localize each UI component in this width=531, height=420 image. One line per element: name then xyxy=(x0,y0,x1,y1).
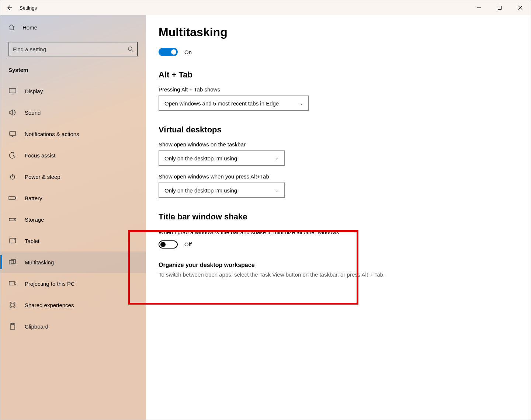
sidebar-item-tablet[interactable]: Tablet xyxy=(0,230,146,251)
svg-point-4 xyxy=(128,47,132,51)
alttab-windows-label: Show open windows when you press Alt+Tab xyxy=(159,173,516,180)
alttab-shows-dropdown[interactable]: Open windows and 5 most recent tabs in E… xyxy=(159,96,309,111)
shake-heading: Title bar window shake xyxy=(159,212,516,222)
sidebar-item-label: Multitasking xyxy=(25,259,54,265)
page-title: Multitasking xyxy=(159,25,516,39)
sidebar-item-label: Notifications & actions xyxy=(25,131,79,137)
search-input[interactable] xyxy=(13,46,128,52)
minimize-button[interactable] xyxy=(469,0,489,15)
display-icon xyxy=(8,88,17,94)
home-icon xyxy=(8,24,15,31)
toggle-label: Off xyxy=(184,241,192,247)
sidebar-item-label: Tablet xyxy=(25,238,39,244)
sidebar-item-battery[interactable]: Battery xyxy=(0,187,146,209)
svg-point-22 xyxy=(14,306,15,308)
main-content: Multitasking On Alt + Tab Pressing Alt +… xyxy=(146,15,531,420)
sidebar-item-notifications[interactable]: Notifications & actions xyxy=(0,123,146,145)
shake-description: When I grab a window?s title bar and sha… xyxy=(159,228,350,237)
svg-rect-1 xyxy=(498,6,502,10)
sidebar-item-projecting[interactable]: Projecting to this PC xyxy=(0,273,146,294)
svg-point-21 xyxy=(10,306,11,308)
sidebar-item-label: Clipboard xyxy=(25,323,48,330)
svg-rect-18 xyxy=(9,281,14,285)
sidebar-item-label: Display xyxy=(25,88,43,94)
sidebar-nav: Display Sound Notifications & actions Fo… xyxy=(0,80,146,337)
sidebar: Home System Display Sound xyxy=(0,15,146,420)
tablet-icon xyxy=(8,237,17,244)
sidebar-home[interactable]: Home xyxy=(0,18,146,37)
svg-point-14 xyxy=(14,219,15,220)
clipboard-icon xyxy=(8,323,17,330)
sidebar-item-multitasking[interactable]: Multitasking xyxy=(0,251,146,273)
sidebar-category: System xyxy=(0,63,146,80)
share-icon xyxy=(8,302,17,308)
svg-point-19 xyxy=(10,302,11,304)
sidebar-item-label: Battery xyxy=(25,195,42,201)
toggle-label: On xyxy=(184,49,192,55)
dropdown-value: Only on the desktop I'm using xyxy=(164,187,237,194)
sidebar-home-label: Home xyxy=(22,24,37,31)
organize-heading: Organize your desktop workspace xyxy=(159,262,516,268)
taskbar-windows-dropdown[interactable]: Only on the desktop I'm using ⌄ xyxy=(159,150,285,166)
alttab-shows-label: Pressing Alt + Tab shows xyxy=(159,86,516,93)
storage-icon xyxy=(8,217,17,222)
sidebar-item-label: Sound xyxy=(25,110,41,116)
taskbar-windows-label: Show open windows on the taskbar xyxy=(159,141,516,147)
sidebar-item-display[interactable]: Display xyxy=(0,80,146,102)
project-icon xyxy=(8,280,17,287)
dropdown-value: Only on the desktop I'm using xyxy=(164,155,237,162)
sidebar-item-storage[interactable]: Storage xyxy=(0,209,146,230)
multitasking-master-toggle[interactable] xyxy=(159,48,178,56)
sidebar-item-label: Storage xyxy=(25,216,44,223)
sidebar-item-label: Power & sleep xyxy=(25,174,60,180)
battery-icon xyxy=(8,195,17,201)
sound-icon xyxy=(8,109,17,116)
sidebar-item-focus-assist[interactable]: Focus assist xyxy=(0,145,146,166)
power-icon xyxy=(8,173,17,180)
alttab-windows-dropdown[interactable]: Only on the desktop I'm using ⌄ xyxy=(159,183,285,198)
svg-rect-6 xyxy=(9,88,16,93)
svg-rect-8 xyxy=(10,131,15,136)
sidebar-item-sound[interactable]: Sound xyxy=(0,102,146,123)
maximize-button[interactable] xyxy=(489,0,510,15)
chevron-down-icon: ⌄ xyxy=(275,188,279,193)
moon-icon xyxy=(8,152,17,159)
sidebar-item-shared[interactable]: Shared experiences xyxy=(0,294,146,316)
virtual-desktops-heading: Virtual desktops xyxy=(159,125,516,135)
svg-rect-11 xyxy=(9,197,15,199)
svg-rect-12 xyxy=(15,197,16,199)
alttab-heading: Alt + Tab xyxy=(159,70,516,80)
chevron-down-icon: ⌄ xyxy=(275,156,279,161)
sidebar-item-power[interactable]: Power & sleep xyxy=(0,166,146,187)
chevron-down-icon: ⌄ xyxy=(299,101,303,106)
window-title: Settings xyxy=(20,5,37,11)
sidebar-item-label: Projecting to this PC xyxy=(25,281,75,287)
notifications-icon xyxy=(8,131,17,137)
dropdown-value: Open windows and 5 most recent tabs in E… xyxy=(164,100,279,107)
shake-toggle[interactable] xyxy=(159,240,178,249)
sidebar-item-label: Focus assist xyxy=(25,152,55,159)
svg-point-20 xyxy=(14,302,15,304)
sidebar-item-clipboard[interactable]: Clipboard xyxy=(0,316,146,337)
multitasking-icon xyxy=(8,259,17,265)
back-button[interactable] xyxy=(0,0,18,15)
titlebar: Settings xyxy=(0,0,531,15)
search-input-container[interactable] xyxy=(8,42,138,56)
search-icon xyxy=(128,46,133,52)
organize-text: To switch between open apps, select the … xyxy=(159,271,516,278)
svg-line-5 xyxy=(132,50,133,52)
close-button[interactable] xyxy=(510,0,531,15)
sidebar-item-label: Shared experiences xyxy=(25,302,74,308)
